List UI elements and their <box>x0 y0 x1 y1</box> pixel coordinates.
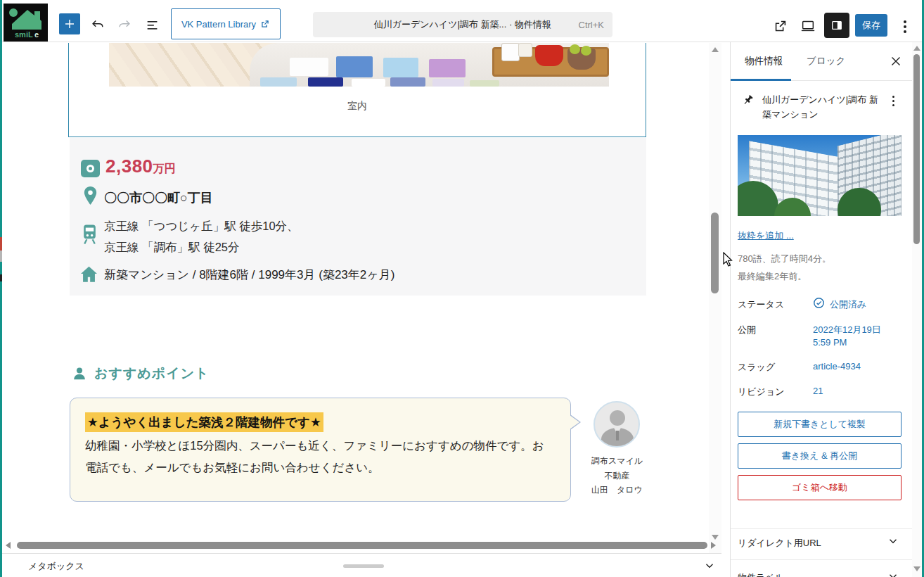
block-inserter-button[interactable] <box>59 13 80 34</box>
scroll-right-arrow[interactable] <box>711 542 716 549</box>
mug <box>518 43 532 57</box>
avatar-head <box>610 410 625 426</box>
scroll-left-arrow[interactable] <box>6 542 11 549</box>
document-title: 仙川ガーデンハイツ|調布 新築... · 物件情報 <box>313 18 575 31</box>
agent-name: 調布スマイル 不動産 山田 タロウ <box>577 454 657 497</box>
editor-top-bar: smiL e VK Pattern Library 仙川ガーデンハイツ|調布 新… <box>0 0 924 42</box>
canvas-horizontal-scrollbar-thumb[interactable] <box>17 542 707 549</box>
site-logo[interactable]: smiL e <box>4 4 48 42</box>
sidebar-scrollbar[interactable] <box>912 42 922 577</box>
house-icon <box>79 265 98 284</box>
redirect-url-panel[interactable]: リダイレクト用URL <box>738 537 821 550</box>
slug-value[interactable]: article-4934 <box>813 361 861 372</box>
metabox-label: メタボックス <box>28 560 84 573</box>
sidebar-panel-icon <box>830 18 844 32</box>
vk-pattern-library-button[interactable]: VK Pattern Library <box>171 8 281 39</box>
svg-text:smiL: smiL <box>15 30 33 39</box>
move-to-trash-button[interactable]: ゴミ箱へ移動 <box>738 475 901 500</box>
rewrite-republish-button[interactable]: 書き換え & 再公開 <box>738 443 901 469</box>
smile-logo-icon: smiL e <box>6 6 45 39</box>
redo-icon <box>117 18 132 33</box>
red-bowl <box>535 45 563 66</box>
svg-text:e: e <box>34 30 39 39</box>
publish-date[interactable]: 2022年12月19日 5:59 PM <box>813 324 881 349</box>
metabox-bar: メタボックス <box>0 553 721 577</box>
chevron-down-icon[interactable] <box>887 535 899 547</box>
bubble-body-text: 幼稚園・小学校とほ15分圏内、スーパーも近く、ファミリーにおすすめの物件です。お… <box>85 435 549 478</box>
close-sidebar-button[interactable] <box>888 53 904 69</box>
close-icon <box>888 53 904 69</box>
slug-label: スラッグ <box>738 361 775 374</box>
access-line-2: 京王線 「調布」駅 徒25分 <box>104 236 299 258</box>
featured-image[interactable] <box>738 135 901 216</box>
property-building-info: 新築マンション / 8階建6階 / 1999年3月 (築23年2ヶ月) <box>104 267 394 283</box>
post-card-title[interactable]: 仙川ガーデンハイツ|調布 新築マンション <box>762 92 885 122</box>
scroll-up-arrow[interactable] <box>913 46 920 51</box>
revisions-label: リビジョン <box>738 386 785 398</box>
screen-edge-left <box>0 0 2 577</box>
pushpin-icon <box>742 94 755 106</box>
kebab-icon <box>892 96 894 98</box>
chevron-down-icon[interactable] <box>703 559 716 572</box>
active-tab-indicator <box>731 79 791 81</box>
add-excerpt-link[interactable]: 抜粋を追加 ... <box>738 229 794 242</box>
preview-button[interactable] <box>798 17 818 35</box>
undo-button[interactable] <box>89 16 107 34</box>
tab-block[interactable]: ブロック <box>807 55 845 68</box>
check-circle-icon <box>813 297 825 309</box>
external-link-icon <box>773 18 788 34</box>
list-view-button[interactable] <box>143 16 162 34</box>
agent-avatar <box>593 401 640 448</box>
settings-sidebar: 物件情報 ブロック 仙川ガーデンハイツ|調布 新築マンション <box>730 42 913 577</box>
external-link-icon <box>260 19 270 29</box>
canvas-scrollbar-thumb[interactable] <box>711 213 719 293</box>
property-price: 2,380万円 <box>105 156 176 177</box>
copy-to-draft-button[interactable]: 新規下書きとして複製 <box>738 412 901 437</box>
last-edited: 最終編集2年前。 <box>738 270 807 283</box>
scroll-up-arrow[interactable] <box>712 47 719 52</box>
room-photo[interactable] <box>109 43 609 87</box>
mouse-cursor <box>723 252 733 267</box>
canvas-vertical-scrollbar[interactable] <box>709 43 721 553</box>
banknote-icon <box>81 160 100 177</box>
metabox-drag-handle[interactable] <box>343 564 384 568</box>
kebab-icon <box>904 20 906 23</box>
undo-icon <box>90 18 105 33</box>
scroll-down-arrow[interactable] <box>913 566 920 571</box>
plus-icon <box>63 18 76 30</box>
save-label: 保存 <box>862 19 880 32</box>
command-shortcut: Ctrl+K <box>575 20 612 30</box>
status-value[interactable]: 公開済み <box>830 298 866 311</box>
sidebar-scrollbar-thumb[interactable] <box>913 54 920 244</box>
recommend-heading[interactable]: おすすめポイント <box>94 364 210 383</box>
sidebar-tabs: 物件情報 ブロック <box>731 42 913 81</box>
status-label: ステータス <box>738 298 784 311</box>
speech-bubble[interactable]: ★ようやく出ました築浅２階建物件です★ 幼稚園・小学校とほ15分圏内、スーパーも… <box>70 398 571 502</box>
chevron-down-icon[interactable] <box>887 570 899 577</box>
view-post-button[interactable] <box>771 17 790 35</box>
property-label-panel[interactable]: 物件ラベル <box>738 571 784 577</box>
highlight-text: ★ようやく出ました築浅２階建物件です★ <box>85 412 323 432</box>
redo-button[interactable] <box>115 16 134 34</box>
map-pin-icon <box>82 186 98 206</box>
list-view-icon <box>145 18 160 33</box>
word-count: 780語、読了時間4分。 <box>738 253 831 265</box>
tab-property-info[interactable]: 物件情報 <box>745 55 783 68</box>
mug <box>501 43 520 61</box>
options-menu-button[interactable] <box>899 15 911 38</box>
property-address: 〇〇市〇〇町○丁目 <box>104 189 213 206</box>
settings-sidebar-toggle[interactable] <box>824 13 849 38</box>
scroll-down-arrow[interactable] <box>712 535 719 540</box>
document-command-bar[interactable]: 仙川ガーデンハイツ|調布 新築... · 物件情報 Ctrl+K <box>313 12 612 37</box>
desktop-preview-icon <box>800 18 816 34</box>
person-icon <box>72 366 87 381</box>
property-access: 京王線 「つつじヶ丘」駅 徒歩10分、 京王線 「調布」駅 徒25分 <box>104 215 299 258</box>
wordpress-editor-screen: smiL e VK Pattern Library 仙川ガーデンハイツ|調布 新… <box>0 0 924 577</box>
publish-label: 公開 <box>738 324 756 336</box>
post-actions-menu[interactable] <box>890 96 897 114</box>
vk-pattern-library-label: VK Pattern Library <box>181 19 256 30</box>
revisions-value[interactable]: 21 <box>813 386 823 396</box>
save-button[interactable]: 保存 <box>855 14 887 37</box>
image-caption[interactable]: 室内 <box>68 100 646 113</box>
train-icon <box>81 223 98 247</box>
